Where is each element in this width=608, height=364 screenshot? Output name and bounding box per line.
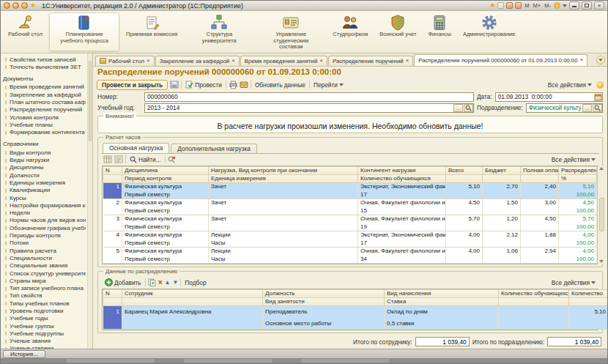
memory-mminus-button[interactable]: M- (544, 2, 552, 9)
table-row[interactable]: 3 Физическая культура Зачет Очная, Факул… (103, 215, 597, 223)
back-button[interactable] (12, 2, 19, 9)
calendar-icon[interactable] (506, 2, 513, 9)
hours-table[interactable]: N Дисциплина Нагрузка, Вид контроля при … (103, 166, 597, 264)
sidebar-item[interactable]: Уровень подготовки (3, 308, 86, 315)
section-studprofkom[interactable]: Студпрофком (327, 12, 373, 51)
tab-assignment-document[interactable]: Распределение поручений 000000060 от 01.… (414, 54, 587, 66)
scrollbar-thumb[interactable] (599, 198, 604, 231)
sidebar-item[interactable]: Точность вычисления ЗЕТ (3, 64, 86, 71)
taskbar-button[interactable] (67, 359, 155, 363)
sidebar-item[interactable]: Виды контроля (3, 149, 86, 157)
tab-close-icon[interactable]: × (406, 58, 409, 64)
all-actions-button[interactable]: Все действия (550, 155, 597, 164)
sidebar-item[interactable]: Страны мира (3, 278, 86, 285)
section-planning[interactable]: Планирование учебного процесса (49, 12, 119, 51)
sidebar-item[interactable]: Список структур университета (3, 270, 86, 278)
sidebar-item[interactable]: Специальности (3, 255, 86, 262)
list-output-icon[interactable] (114, 155, 123, 163)
table-row-line2[interactable]: Первый семестр Часы 17 100,00 (103, 239, 597, 247)
section-student-management[interactable]: Управление студенческим составом (256, 12, 326, 51)
all-actions-button[interactable]: Все действия (546, 81, 593, 89)
sidebar-item[interactable]: Дисциплины (3, 164, 86, 171)
tab-list-button[interactable] (596, 56, 605, 64)
scroll-down-icon[interactable] (599, 260, 604, 263)
sidebar-item[interactable]: Периоды контроля (3, 232, 86, 239)
scroll-up-icon[interactable] (599, 167, 604, 170)
chevron-down-icon[interactable] (563, 4, 567, 7)
sidebar-item[interactable]: Учебные группы (3, 323, 86, 330)
sidebar-item[interactable]: Распределение поручений (3, 106, 86, 114)
sidebar-item[interactable]: Квалификации (3, 187, 86, 194)
section-military[interactable]: Воинский учет (374, 12, 421, 51)
info-icon[interactable]: i (554, 2, 560, 9)
move-up-icon[interactable]: ▲ (165, 279, 171, 286)
sidebar-item[interactable]: Потоки (3, 239, 86, 247)
table-scrollbar[interactable] (597, 166, 605, 264)
move-down-icon[interactable]: ▼ (172, 279, 178, 286)
choose-button[interactable]: ... (582, 104, 592, 112)
table-row-line2[interactable]: Первый семестр 19 100,00 (103, 223, 597, 231)
main-menu-button[interactable] (4, 2, 10, 9)
save-icon[interactable] (170, 81, 179, 89)
sidebar-item[interactable]: Настройки формирования контингента (3, 202, 86, 209)
table-row[interactable]: 5 Физическая культура Лекции Очная, Факу… (103, 247, 597, 255)
sidebar-item[interactable]: Типы учебных планов (3, 300, 86, 308)
delete-icon[interactable]: × (158, 278, 163, 286)
sidebar-item[interactable]: Специальные звания (3, 262, 86, 270)
table-row-line2[interactable]: Первый семестр 17 100,00 (103, 190, 597, 198)
tab-close-icon[interactable]: × (579, 57, 583, 63)
section-desktop[interactable]: Рабочий стол (3, 12, 48, 51)
post-button[interactable]: Провести (184, 80, 223, 89)
forward-button[interactable] (21, 2, 28, 9)
sidebar-item[interactable]: Свойства типов записей (3, 56, 86, 64)
tab-assignments-list[interactable]: Распределение поручений × (328, 56, 413, 66)
help-icon[interactable]: ? (596, 81, 604, 89)
sidebar-item[interactable]: План штатного состава кафедры (3, 99, 86, 106)
section-finance[interactable]: Финансы (423, 12, 456, 51)
pick-button[interactable]: Подбор (183, 278, 207, 287)
tab-close-icon[interactable]: × (231, 58, 235, 64)
calculator-small-icon[interactable] (515, 2, 522, 9)
tab-class-times[interactable]: Время проведения занятий × (240, 56, 327, 66)
page-icon[interactable] (497, 2, 504, 9)
sidebar-item[interactable]: Учебные подгруппы (3, 330, 86, 338)
copy-icon[interactable] (148, 278, 156, 286)
memory-m-button[interactable]: M (524, 2, 530, 9)
sidebar-item[interactable]: Тип свойств (3, 292, 86, 300)
tab-department-assignment[interactable]: Закрепление за кафедрой × (155, 56, 240, 66)
table-row-line2[interactable]: Основное место работы 0,5 ставки (103, 317, 608, 329)
sidebar-item[interactable]: Ученые звания (3, 338, 86, 345)
sidebar-item[interactable]: Виды нагрузки (3, 157, 86, 164)
date-field[interactable] (495, 92, 603, 102)
find-button[interactable]: Найти... (128, 155, 163, 164)
number-field[interactable] (144, 92, 474, 102)
favorites-icon[interactable]: ★ (489, 2, 495, 9)
restore-button[interactable] (582, 1, 592, 10)
academic-year-field[interactable] (144, 103, 474, 113)
post-and-close-button[interactable]: Провести и закрыть (97, 80, 168, 90)
sidebar-item[interactable]: Учебные годы (3, 315, 86, 322)
table-row[interactable]: 1 Физическая культура Зачет Экстернат, Э… (103, 182, 597, 190)
table-row[interactable]: 1 Баранец Мария Александровна Преподават… (103, 305, 608, 317)
refresh-data-button[interactable]: Обновить данные (253, 81, 307, 89)
choose-button[interactable]: ... (453, 104, 463, 112)
sidebar-item[interactable]: Формирование контингента (3, 129, 86, 136)
tab-close-icon[interactable]: × (147, 58, 150, 64)
sidebar-item[interactable]: Условия контроля (3, 114, 86, 122)
section-administration[interactable]: Администрирование (458, 12, 521, 51)
sidebar-item[interactable]: Обозначения графика учебного проце... (3, 225, 86, 232)
section-admissions[interactable]: Приемная комиссия (121, 12, 182, 51)
all-actions-button[interactable]: Все действия (550, 278, 597, 287)
table-row-line2[interactable]: Первый семестр Часы 34 100,00 (103, 255, 597, 263)
tab-close-icon[interactable]: × (319, 58, 323, 64)
open-button[interactable] (464, 104, 473, 112)
history-button[interactable]: История... (3, 350, 45, 358)
calendar-picker-icon[interactable] (594, 93, 602, 101)
open-button[interactable] (593, 104, 602, 112)
tab-main-load[interactable]: Основная нагрузка (103, 143, 169, 153)
table-row-line2[interactable]: Первый семестр 15 100,00 (103, 207, 597, 215)
sidebar-item[interactable]: Учебные планы (3, 122, 86, 129)
sidebar-scrollbar[interactable] (87, 53, 92, 349)
goto-menu-button[interactable]: Перейти (312, 81, 345, 89)
minimize-button[interactable] (569, 1, 579, 10)
